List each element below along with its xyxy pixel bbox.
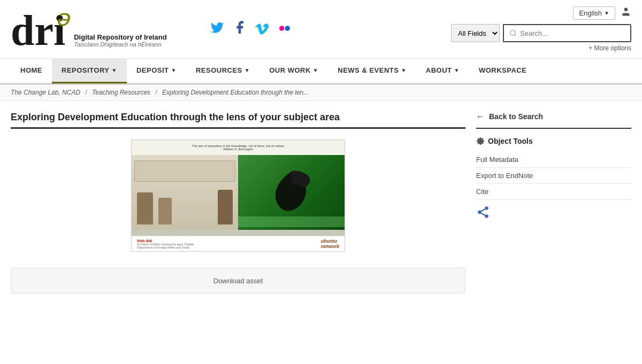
content-area: Exploring Development Education through … [11,112,465,293]
search-icon [509,29,517,37]
more-options-link[interactable]: + More options [588,44,631,52]
export-endnote-link[interactable]: Export to EndNote [476,168,631,184]
breadcrumb-separator-1: / [85,89,87,96]
nav-item-about[interactable]: ABOUT ▼ [416,59,469,83]
logo-tagline: Taisclann Dhigiteach na hÉireann [74,41,166,48]
thumb-logo-left: Irish Aid An Roinn Gnóthaí Eachtracha ag… [137,239,194,249]
svg-point-5 [485,206,488,210]
flickr-icon [277,21,292,36]
vimeo-icon [255,21,270,36]
back-to-search-link[interactable]: ← Back to Search [476,112,631,129]
svg-point-7 [485,214,488,218]
search-box [503,24,631,42]
share-icon [476,205,490,219]
about-arrow: ▼ [454,67,460,73]
svg-point-6 [478,211,482,214]
field-select[interactable]: All Fields [451,24,500,42]
download-button[interactable]: Download asset [213,277,263,285]
nav-item-deposit[interactable]: DEPOSIT ▼ [127,59,186,83]
svg-point-0 [279,26,284,30]
back-to-search-label: Back to Search [489,112,543,121]
search-input[interactable] [520,29,625,37]
gear-icon [476,137,485,145]
nav-item-newsevents[interactable]: NEWS & EVENTS ▼ [328,59,416,83]
vimeo-link[interactable] [255,21,270,37]
language-arrow: ▼ [604,10,609,16]
breadcrumb-separator-2: / [155,89,157,96]
resources-arrow: ▼ [244,67,250,73]
svg-point-1 [285,26,289,30]
nav-item-home[interactable]: HOME [11,59,52,83]
deposit-arrow: ▼ [171,67,177,73]
breadcrumb: The Change Lab, NCAD / Teaching Resource… [0,84,642,101]
nav-bar: HOME REPOSITORY ▼ DEPOSIT ▼ RESOURCES ▼ … [0,59,642,84]
nav-item-ourwork[interactable]: OUR WORK ▼ [259,59,328,83]
facebook-link[interactable] [232,20,247,38]
user-icon[interactable] [621,6,631,20]
object-tools-label: Object Tools [488,137,533,145]
svg-line-4 [515,35,516,36]
twitter-link[interactable] [210,20,225,38]
logo[interactable]: dri ə Digital Repository of Ireland Tais… [11,7,167,52]
back-arrow-icon: ← [476,112,485,121]
twitter-icon [210,20,225,35]
flickr-link[interactable] [277,21,292,37]
nav-item-workspace[interactable]: WORKSPACE [469,59,536,83]
thumbnail-image: The aim of education is the knowledge, n… [131,140,345,252]
thumb-logo-right: ubuntunetwork [320,238,339,249]
main-content: Exploring Development Education through … [0,101,642,304]
thumbnail-container: The aim of education is the knowledge, n… [131,140,345,252]
facebook-icon [232,20,247,35]
breadcrumb-current: Exploring Development Education through … [162,89,309,96]
share-button[interactable] [476,205,631,221]
nav-item-repository[interactable]: REPOSITORY ▼ [52,59,127,83]
newsevents-arrow: ▼ [401,67,406,73]
repository-arrow: ▼ [112,67,117,73]
header: dri ə Digital Repository of Ireland Tais… [0,0,642,59]
breadcrumb-link-2[interactable]: Teaching Resources [92,89,150,96]
logo-org-name: Digital Repository of Ireland [74,33,166,41]
breadcrumb-link-1[interactable]: The Change Lab, NCAD [11,89,80,96]
object-tools-header: Object Tools [476,137,631,145]
sidebar: ← Back to Search Object Tools Full Metad… [476,112,631,293]
svg-point-2 [624,8,628,12]
social-icons [210,20,292,38]
language-label: English [579,9,602,17]
svg-line-9 [481,209,485,211]
logo-swirl: ə [56,6,70,30]
svg-point-3 [510,30,515,35]
ourwork-arrow: ▼ [313,67,318,73]
nav-item-resources[interactable]: RESOURCES ▼ [186,59,259,83]
page-title: Exploring Development Education through … [11,112,465,129]
cite-link[interactable]: Cite [476,184,631,200]
svg-line-8 [481,213,485,215]
download-section: Download asset [11,268,465,293]
language-selector[interactable]: English ▼ [573,6,615,20]
header-right: English ▼ All Fields + More options [451,6,631,52]
full-metadata-link[interactable]: Full Metadata [476,152,631,168]
